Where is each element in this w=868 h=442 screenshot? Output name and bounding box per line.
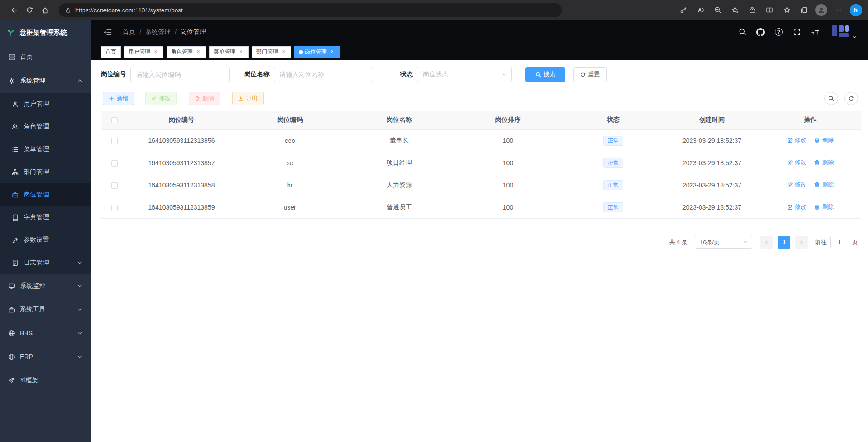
sidebar-item-roles[interactable]: 角色管理 — [0, 115, 91, 138]
brand-logo[interactable] — [830, 25, 857, 39]
sidebar-item-system[interactable]: 系统管理 — [0, 69, 91, 93]
delete-button[interactable]: 删除 — [189, 92, 220, 105]
password-key-icon[interactable] — [676, 3, 691, 17]
page-number-button[interactable]: 1 — [778, 236, 790, 249]
search-button[interactable]: 搜索 — [525, 67, 565, 82]
add-button[interactable]: 新增 — [103, 92, 134, 105]
close-icon[interactable]: × — [152, 49, 159, 55]
toggle-search-button[interactable] — [824, 92, 838, 105]
close-icon[interactable]: × — [329, 49, 335, 55]
sidebar-item-departments[interactable]: 部门管理 — [0, 161, 91, 183]
row-edit-link[interactable]: 修改 — [787, 203, 807, 211]
row-edit-link[interactable]: 修改 — [787, 136, 807, 144]
row-delete-link[interactable]: 删除 — [814, 181, 834, 189]
sidebar-item-tools[interactable]: 系统工具 — [0, 298, 91, 321]
table-row[interactable]: 1641030593112313856 ceo 董事长 100 正常 2023-… — [101, 129, 861, 152]
sidebar-item-label: 日志管理 — [24, 259, 49, 267]
row-edit-link[interactable]: 修改 — [787, 181, 807, 189]
sidebar-item-label: 字典管理 — [24, 213, 49, 221]
extensions-icon[interactable] — [745, 3, 760, 17]
row-checkbox[interactable] — [111, 160, 118, 167]
zoom-out-icon[interactable] — [710, 3, 726, 17]
prev-page-button[interactable] — [760, 236, 773, 249]
export-button[interactable]: 导出 — [232, 92, 264, 105]
breadcrumb-item[interactable]: 首页 — [123, 28, 135, 36]
address-bar[interactable]: https://ccnetcore.com:1101/system/post — [59, 3, 562, 17]
post-name-label: 岗位名称 — [244, 70, 270, 79]
sidebar-item-home[interactable]: 首页 — [0, 45, 91, 69]
row-delete-link[interactable]: 删除 — [814, 203, 834, 211]
sidebar-item-users[interactable]: 用户管理 — [0, 93, 91, 115]
help-icon[interactable]: ? — [773, 26, 785, 38]
sidebar-item-bbs[interactable]: BBS — [0, 321, 91, 345]
row-checkbox[interactable] — [111, 182, 118, 189]
sidebar-item-monitor[interactable]: 系统监控 — [0, 274, 91, 298]
dashboard-icon — [8, 54, 15, 61]
sidebar-item-posts[interactable]: 岗位管理 — [0, 183, 91, 206]
page-size-select[interactable]: 10条/页 — [695, 236, 752, 249]
cell-created-time: 2023-03-29 18:52:37 — [664, 129, 760, 152]
sidebar-item-label: 菜单管理 — [24, 145, 49, 153]
goto-page-input[interactable] — [830, 236, 848, 248]
edit-button[interactable]: 修改 — [145, 92, 177, 105]
chevron-down-icon — [77, 260, 83, 265]
sidebar-item-logs[interactable]: 日志管理 — [0, 251, 91, 274]
sidebar-item-yi-framework[interactable]: Yi框架 — [0, 368, 91, 392]
table-row[interactable]: 1641030593112313858 hr 人力资源 100 正常 2023-… — [101, 174, 861, 196]
search-icon[interactable] — [736, 26, 748, 38]
tab-post-management[interactable]: 岗位管理× — [294, 46, 340, 58]
export-button-label: 导出 — [246, 94, 258, 103]
sidebar-item-label: 角色管理 — [24, 123, 49, 131]
github-icon[interactable] — [755, 26, 766, 38]
profile-avatar[interactable] — [814, 3, 829, 17]
table-row[interactable]: 1641030593112313859 user 普通员工 100 正常 202… — [101, 196, 861, 218]
table-tools — [824, 92, 858, 105]
favorites-icon[interactable] — [779, 3, 794, 17]
collections-icon[interactable] — [796, 3, 812, 17]
fullscreen-icon[interactable] — [791, 26, 803, 38]
sidebar-item-erp[interactable]: ERP — [0, 345, 91, 368]
tab-dept-management[interactable]: 部门管理× — [252, 46, 291, 58]
bing-copilot-button[interactable]: b — [848, 3, 863, 17]
reset-button[interactable]: 重置 — [573, 67, 607, 82]
cell-post-name: 董事长 — [345, 129, 454, 152]
refresh-button[interactable] — [22, 3, 37, 17]
tab-menu-management[interactable]: 菜单管理× — [209, 46, 249, 58]
home-button[interactable] — [37, 3, 53, 17]
app-logo[interactable]: 意框架管理系统 — [0, 20, 91, 45]
row-delete-link[interactable]: 删除 — [814, 158, 834, 167]
chevron-left-icon — [764, 240, 770, 245]
read-aloud-icon[interactable] — [693, 3, 708, 17]
close-icon[interactable]: × — [195, 49, 201, 55]
post-name-input[interactable] — [274, 67, 373, 82]
row-delete-link[interactable]: 删除 — [814, 136, 834, 144]
tab-role-management[interactable]: 角色管理× — [167, 46, 206, 58]
breadcrumb-item[interactable]: 系统管理 — [145, 28, 171, 36]
more-menu-icon[interactable] — [831, 3, 846, 17]
row-checkbox[interactable] — [111, 205, 118, 211]
trash-icon — [814, 138, 820, 143]
font-size-icon[interactable] — [809, 26, 821, 38]
sidebar-item-parameters[interactable]: 参数设置 — [0, 229, 91, 251]
sidebar-item-dictionary[interactable]: 字典管理 — [0, 206, 91, 229]
table-row[interactable]: 1641030593112313857 se 项目经理 100 正常 2023-… — [101, 152, 861, 174]
collapse-sidebar-button[interactable] — [102, 26, 113, 38]
close-icon[interactable]: × — [238, 49, 244, 55]
tab-user-management[interactable]: 用户管理× — [124, 46, 163, 58]
status-select[interactable]: 岗位状态 — [417, 67, 512, 82]
split-screen-icon[interactable] — [762, 3, 777, 17]
row-edit-link[interactable]: 修改 — [787, 158, 807, 167]
close-icon[interactable]: × — [280, 49, 287, 55]
favorites-add-icon[interactable] — [727, 3, 743, 17]
cell-created-time: 2023-03-29 18:52:37 — [664, 196, 760, 218]
next-page-button[interactable] — [795, 236, 808, 249]
row-checkbox[interactable] — [111, 138, 118, 144]
refresh-icon — [580, 72, 586, 78]
sidebar-item-menus[interactable]: 菜单管理 — [0, 138, 91, 161]
tab-home[interactable]: 首页 — [101, 46, 121, 58]
post-code-input[interactable] — [130, 67, 230, 82]
edit-button-label: 修改 — [159, 94, 171, 103]
refresh-table-button[interactable] — [844, 92, 858, 105]
back-button[interactable] — [6, 3, 22, 17]
select-all-checkbox[interactable] — [111, 117, 118, 123]
